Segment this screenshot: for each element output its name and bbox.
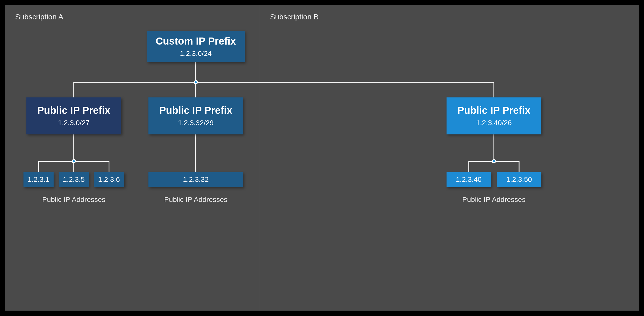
public-ip-addresses-caption: Public IP Addresses [141,196,250,204]
ip-address-box: 1.2.3.5 [59,172,89,187]
public-ip-prefix-1-title: Public IP Prefix [37,104,110,116]
public-ip-prefix-1-box: Public IP Prefix 1.2.3.0/27 [26,97,121,134]
public-ip-prefix-2-cidr: 1.2.3.32/29 [178,119,214,127]
public-ip-addresses-caption: Public IP Addresses [19,196,128,204]
public-ip-prefix-1-cidr: 1.2.3.0/27 [58,119,90,127]
public-ip-prefix-3-title: Public IP Prefix [457,104,531,116]
ip-address-box: 1.2.3.32 [148,172,243,187]
custom-ip-prefix-cidr: 1.2.3.0/24 [180,50,212,58]
custom-ip-prefix-box: Custom IP Prefix 1.2.3.0/24 [147,31,245,62]
ip-address-box: 1.2.3.50 [497,172,541,187]
subscription-b-panel: Subscription B [260,5,639,311]
ip-address-box: 1.2.3.6 [94,172,124,187]
custom-ip-prefix-title: Custom IP Prefix [156,35,236,47]
public-ip-prefix-3-box: Public IP Prefix 1.2.3.40/26 [447,97,541,134]
ip-address-box: 1.2.3.1 [23,172,54,187]
public-ip-prefix-3-cidr: 1.2.3.40/26 [476,119,512,127]
ip-address-box: 1.2.3.40 [447,172,491,187]
subscription-b-title: Subscription B [270,13,319,21]
public-ip-addresses-caption: Public IP Addresses [439,196,548,204]
public-ip-prefix-2-title: Public IP Prefix [159,104,232,116]
subscription-a-title: Subscription A [15,13,63,21]
public-ip-prefix-2-box: Public IP Prefix 1.2.3.32/29 [148,97,243,134]
